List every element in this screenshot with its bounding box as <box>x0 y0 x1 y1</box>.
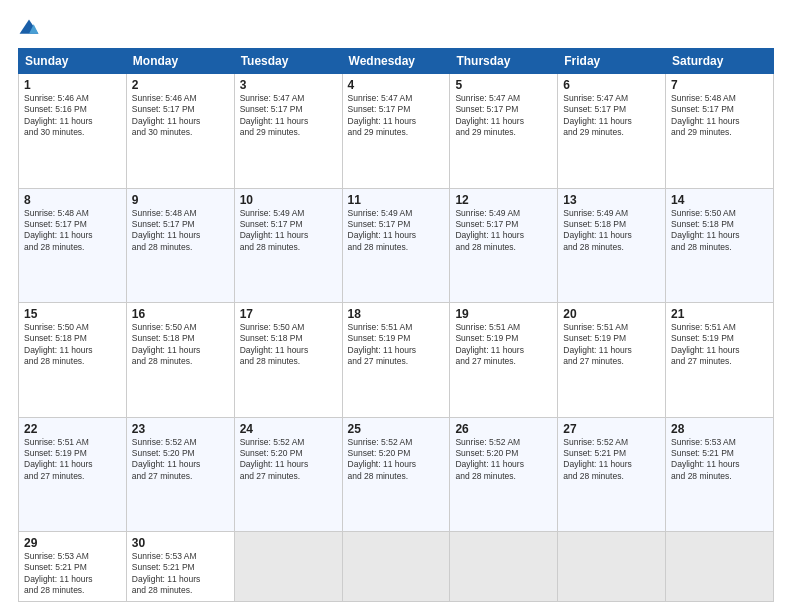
day-cell: 1Sunrise: 5:46 AMSunset: 5:16 PMDaylight… <box>19 74 127 189</box>
day-cell <box>234 532 342 602</box>
day-number: 2 <box>132 78 229 92</box>
day-cell <box>666 532 774 602</box>
day-number: 28 <box>671 422 768 436</box>
day-number: 6 <box>563 78 660 92</box>
col-thursday: Thursday <box>450 49 558 74</box>
day-info: Sunrise: 5:46 AMSunset: 5:17 PMDaylight:… <box>132 93 229 139</box>
day-info: Sunrise: 5:51 AMSunset: 5:19 PMDaylight:… <box>671 322 768 368</box>
day-cell: 4Sunrise: 5:47 AMSunset: 5:17 PMDaylight… <box>342 74 450 189</box>
day-cell <box>450 532 558 602</box>
day-info: Sunrise: 5:51 AMSunset: 5:19 PMDaylight:… <box>563 322 660 368</box>
day-cell: 9Sunrise: 5:48 AMSunset: 5:17 PMDaylight… <box>126 188 234 303</box>
day-number: 5 <box>455 78 552 92</box>
day-info: Sunrise: 5:52 AMSunset: 5:20 PMDaylight:… <box>132 437 229 483</box>
day-cell: 5Sunrise: 5:47 AMSunset: 5:17 PMDaylight… <box>450 74 558 189</box>
day-info: Sunrise: 5:47 AMSunset: 5:17 PMDaylight:… <box>455 93 552 139</box>
header <box>18 18 774 40</box>
day-info: Sunrise: 5:50 AMSunset: 5:18 PMDaylight:… <box>132 322 229 368</box>
week-row-4: 22Sunrise: 5:51 AMSunset: 5:19 PMDayligh… <box>19 417 774 532</box>
day-cell <box>342 532 450 602</box>
day-info: Sunrise: 5:48 AMSunset: 5:17 PMDaylight:… <box>24 208 121 254</box>
day-cell: 20Sunrise: 5:51 AMSunset: 5:19 PMDayligh… <box>558 303 666 418</box>
day-cell: 11Sunrise: 5:49 AMSunset: 5:17 PMDayligh… <box>342 188 450 303</box>
day-number: 10 <box>240 193 337 207</box>
day-number: 16 <box>132 307 229 321</box>
page: Sunday Monday Tuesday Wednesday Thursday… <box>0 0 792 612</box>
day-cell: 29Sunrise: 5:53 AMSunset: 5:21 PMDayligh… <box>19 532 127 602</box>
day-info: Sunrise: 5:53 AMSunset: 5:21 PMDaylight:… <box>132 551 229 597</box>
day-number: 25 <box>348 422 445 436</box>
day-cell: 2Sunrise: 5:46 AMSunset: 5:17 PMDaylight… <box>126 74 234 189</box>
day-info: Sunrise: 5:48 AMSunset: 5:17 PMDaylight:… <box>132 208 229 254</box>
calendar: Sunday Monday Tuesday Wednesday Thursday… <box>18 48 774 602</box>
day-number: 21 <box>671 307 768 321</box>
day-number: 19 <box>455 307 552 321</box>
day-number: 13 <box>563 193 660 207</box>
day-cell: 13Sunrise: 5:49 AMSunset: 5:18 PMDayligh… <box>558 188 666 303</box>
col-saturday: Saturday <box>666 49 774 74</box>
week-row-5: 29Sunrise: 5:53 AMSunset: 5:21 PMDayligh… <box>19 532 774 602</box>
day-number: 12 <box>455 193 552 207</box>
day-info: Sunrise: 5:53 AMSunset: 5:21 PMDaylight:… <box>671 437 768 483</box>
col-sunday: Sunday <box>19 49 127 74</box>
week-row-3: 15Sunrise: 5:50 AMSunset: 5:18 PMDayligh… <box>19 303 774 418</box>
day-info: Sunrise: 5:52 AMSunset: 5:20 PMDaylight:… <box>348 437 445 483</box>
day-number: 1 <box>24 78 121 92</box>
day-number: 15 <box>24 307 121 321</box>
day-number: 7 <box>671 78 768 92</box>
day-number: 29 <box>24 536 121 550</box>
day-number: 8 <box>24 193 121 207</box>
week-row-1: 1Sunrise: 5:46 AMSunset: 5:16 PMDaylight… <box>19 74 774 189</box>
day-number: 17 <box>240 307 337 321</box>
day-number: 11 <box>348 193 445 207</box>
day-cell: 8Sunrise: 5:48 AMSunset: 5:17 PMDaylight… <box>19 188 127 303</box>
day-info: Sunrise: 5:50 AMSunset: 5:18 PMDaylight:… <box>24 322 121 368</box>
day-cell: 6Sunrise: 5:47 AMSunset: 5:17 PMDaylight… <box>558 74 666 189</box>
day-number: 4 <box>348 78 445 92</box>
day-cell <box>558 532 666 602</box>
day-info: Sunrise: 5:52 AMSunset: 5:20 PMDaylight:… <box>455 437 552 483</box>
col-wednesday: Wednesday <box>342 49 450 74</box>
day-info: Sunrise: 5:51 AMSunset: 5:19 PMDaylight:… <box>24 437 121 483</box>
day-cell: 3Sunrise: 5:47 AMSunset: 5:17 PMDaylight… <box>234 74 342 189</box>
day-number: 24 <box>240 422 337 436</box>
header-row: Sunday Monday Tuesday Wednesday Thursday… <box>19 49 774 74</box>
day-cell: 17Sunrise: 5:50 AMSunset: 5:18 PMDayligh… <box>234 303 342 418</box>
day-cell: 15Sunrise: 5:50 AMSunset: 5:18 PMDayligh… <box>19 303 127 418</box>
day-number: 3 <box>240 78 337 92</box>
day-cell: 26Sunrise: 5:52 AMSunset: 5:20 PMDayligh… <box>450 417 558 532</box>
day-cell: 30Sunrise: 5:53 AMSunset: 5:21 PMDayligh… <box>126 532 234 602</box>
day-number: 14 <box>671 193 768 207</box>
day-cell: 16Sunrise: 5:50 AMSunset: 5:18 PMDayligh… <box>126 303 234 418</box>
day-info: Sunrise: 5:51 AMSunset: 5:19 PMDaylight:… <box>348 322 445 368</box>
day-info: Sunrise: 5:50 AMSunset: 5:18 PMDaylight:… <box>240 322 337 368</box>
day-number: 9 <box>132 193 229 207</box>
day-cell: 10Sunrise: 5:49 AMSunset: 5:17 PMDayligh… <box>234 188 342 303</box>
day-cell: 7Sunrise: 5:48 AMSunset: 5:17 PMDaylight… <box>666 74 774 189</box>
day-cell: 25Sunrise: 5:52 AMSunset: 5:20 PMDayligh… <box>342 417 450 532</box>
day-cell: 21Sunrise: 5:51 AMSunset: 5:19 PMDayligh… <box>666 303 774 418</box>
day-info: Sunrise: 5:46 AMSunset: 5:16 PMDaylight:… <box>24 93 121 139</box>
day-info: Sunrise: 5:52 AMSunset: 5:20 PMDaylight:… <box>240 437 337 483</box>
day-cell: 23Sunrise: 5:52 AMSunset: 5:20 PMDayligh… <box>126 417 234 532</box>
day-info: Sunrise: 5:49 AMSunset: 5:17 PMDaylight:… <box>240 208 337 254</box>
day-info: Sunrise: 5:49 AMSunset: 5:17 PMDaylight:… <box>348 208 445 254</box>
day-info: Sunrise: 5:49 AMSunset: 5:18 PMDaylight:… <box>563 208 660 254</box>
logo-icon <box>18 18 40 40</box>
day-info: Sunrise: 5:48 AMSunset: 5:17 PMDaylight:… <box>671 93 768 139</box>
day-info: Sunrise: 5:47 AMSunset: 5:17 PMDaylight:… <box>348 93 445 139</box>
day-cell: 28Sunrise: 5:53 AMSunset: 5:21 PMDayligh… <box>666 417 774 532</box>
day-cell: 22Sunrise: 5:51 AMSunset: 5:19 PMDayligh… <box>19 417 127 532</box>
day-info: Sunrise: 5:47 AMSunset: 5:17 PMDaylight:… <box>563 93 660 139</box>
col-monday: Monday <box>126 49 234 74</box>
day-number: 26 <box>455 422 552 436</box>
day-cell: 14Sunrise: 5:50 AMSunset: 5:18 PMDayligh… <box>666 188 774 303</box>
day-number: 27 <box>563 422 660 436</box>
day-cell: 19Sunrise: 5:51 AMSunset: 5:19 PMDayligh… <box>450 303 558 418</box>
day-number: 20 <box>563 307 660 321</box>
day-number: 30 <box>132 536 229 550</box>
day-number: 18 <box>348 307 445 321</box>
logo <box>18 18 44 40</box>
day-number: 22 <box>24 422 121 436</box>
day-number: 23 <box>132 422 229 436</box>
